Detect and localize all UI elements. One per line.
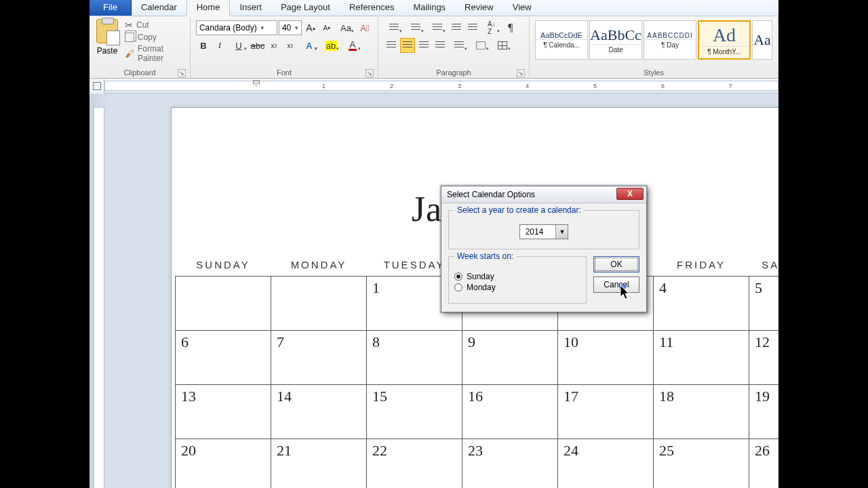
highlight-button[interactable]: ab [321, 38, 341, 53]
tab-insert[interactable]: Insert [230, 0, 271, 16]
copy-button[interactable]: Copy [125, 33, 184, 42]
border-icon [498, 41, 507, 49]
tab-mailings[interactable]: Mailings [403, 0, 455, 16]
vertical-ruler[interactable] [94, 107, 104, 488]
ruler-tick: 3 [458, 83, 461, 89]
font-size-dropdown[interactable]: 40 ▼ [279, 20, 302, 35]
bold-button[interactable]: B [196, 38, 211, 53]
tab-references[interactable]: References [340, 0, 403, 16]
align-left-button[interactable] [384, 38, 399, 53]
calendar-cell[interactable]: 17 [558, 385, 654, 439]
calendar-cell[interactable]: 7 [271, 331, 367, 385]
radio-sunday[interactable]: Sunday [454, 272, 580, 281]
tab-view[interactable]: View [503, 0, 541, 16]
calendar-cell[interactable]: 14 [271, 385, 367, 439]
calendar-cell[interactable]: 25 [654, 439, 749, 489]
calendar-cell[interactable]: 26 [749, 439, 779, 489]
line-spacing-button[interactable] [449, 38, 469, 53]
font-launcher[interactable]: ↘ [366, 69, 374, 77]
decrease-indent-button[interactable] [449, 20, 464, 35]
text-effects-button[interactable]: A [299, 38, 319, 53]
tab-selector[interactable] [90, 79, 104, 94]
style-tile-calendar[interactable]: AaBbCcDdE ¶ Calenda... [535, 20, 588, 60]
horizontal-ruler[interactable]: 1 2 3 4 5 6 7 [90, 79, 778, 94]
justify-button[interactable] [433, 38, 448, 53]
borders-button[interactable] [492, 38, 513, 53]
sort-button[interactable]: A↓Z [481, 20, 502, 35]
styles-group-label: Styles [644, 68, 664, 77]
ok-button[interactable]: OK [593, 256, 639, 272]
tab-file[interactable]: File [90, 0, 132, 16]
cancel-button[interactable]: Cancel [593, 277, 639, 293]
year-dropdown[interactable]: 2014 ▼ [519, 224, 569, 239]
calendar-cell[interactable]: 19 [749, 385, 779, 439]
calendar-cell[interactable]: 6 [176, 331, 271, 385]
subscript-button[interactable]: x2 [267, 38, 281, 53]
calendar-cell[interactable] [271, 277, 367, 331]
cut-button[interactable]: ✂ Cut [125, 20, 184, 30]
font-color-button[interactable]: A [342, 38, 363, 53]
paste-icon [96, 19, 118, 43]
scissors-icon: ✂ [125, 20, 133, 30]
change-case-button[interactable]: Aa [336, 20, 356, 35]
style-tile-date[interactable]: AaBbCc Date [589, 20, 642, 60]
paste-button[interactable]: Paste [92, 18, 122, 56]
tab-review[interactable]: Review [455, 0, 503, 16]
format-painter-button[interactable]: 🖌 Format Painter [125, 44, 184, 63]
align-center-button[interactable] [400, 38, 415, 53]
multilevel-button[interactable] [427, 20, 448, 35]
calendar-cell[interactable]: 15 [367, 385, 462, 439]
calendar-cell[interactable]: 9 [462, 331, 558, 385]
calendar-cell[interactable]: 23 [462, 439, 558, 489]
paragraph-launcher[interactable]: ↘ [517, 69, 525, 77]
dialog-titlebar[interactable]: Select Calendar Options X [441, 186, 646, 203]
calendar-cell[interactable]: 22 [367, 439, 462, 489]
ruler-tick: 5 [593, 83, 597, 89]
calendar-cell[interactable]: 12 [749, 331, 779, 385]
tab-page-layout[interactable]: Page Layout [271, 0, 340, 16]
close-button[interactable]: X [616, 188, 644, 200]
calendar-cell[interactable]: 5 [749, 277, 779, 331]
align-right-button[interactable] [416, 38, 431, 53]
font-name-dropdown[interactable]: Candara (Body) ▼ [196, 20, 277, 35]
ruler-tick: 2 [390, 83, 393, 89]
indent-marker[interactable] [253, 80, 260, 87]
style-name: Date [590, 44, 642, 54]
grow-font-button[interactable]: A▴ [303, 20, 318, 35]
document-area[interactable]: January 2013 SUNDAY MONDAY TUESDAY WEDNE… [90, 94, 778, 488]
style-tile-day[interactable]: AABBCCDDI ¶ Day [644, 20, 696, 60]
show-hide-button[interactable]: ¶ [503, 20, 518, 35]
underline-button[interactable]: U [229, 38, 249, 53]
calendar-cell[interactable]: 24 [558, 439, 654, 489]
bullets-button[interactable] [384, 20, 404, 35]
radio-icon [454, 272, 462, 281]
paragraph-group-label: Paragraph [436, 68, 471, 77]
shrink-font-button[interactable]: A▾ [319, 20, 334, 35]
clipboard-launcher[interactable]: ↘ [178, 69, 186, 77]
calendar-cell[interactable]: 10 [558, 331, 654, 385]
tab-calendar[interactable]: Calendar [132, 0, 186, 16]
calendar-cell[interactable]: 8 [367, 331, 462, 385]
calendar-cell[interactable]: 16 [462, 385, 558, 439]
shading-button[interactable] [471, 38, 491, 53]
tab-home[interactable]: Home [186, 0, 231, 16]
calendar-cell[interactable]: 20 [176, 439, 271, 489]
clear-formatting-button[interactable]: A⃠ [357, 20, 372, 35]
numbering-button[interactable] [406, 20, 426, 35]
font-group-label: Font [277, 68, 292, 77]
strikethrough-button[interactable]: abc [250, 38, 265, 53]
style-tile-monthy[interactable]: Ad ¶ MonthY... [698, 20, 751, 60]
ruler-tick: 7 [729, 83, 732, 89]
calendar-cell[interactable]: 11 [654, 331, 749, 385]
radio-monday[interactable]: Monday [454, 283, 580, 292]
superscript-button[interactable]: x2 [283, 38, 298, 53]
increase-indent-button[interactable] [465, 20, 480, 35]
calendar-cell[interactable]: 4 [654, 277, 749, 331]
style-tile-more[interactable]: Aa [752, 20, 772, 60]
calendar-cell[interactable]: 21 [271, 439, 367, 489]
calendar-cell[interactable] [176, 277, 271, 331]
calendar-cell[interactable]: 13 [176, 385, 271, 439]
italic-button[interactable]: I [212, 38, 227, 53]
calendar-cell[interactable]: 18 [654, 385, 749, 439]
ruler-tick: 4 [526, 83, 529, 89]
